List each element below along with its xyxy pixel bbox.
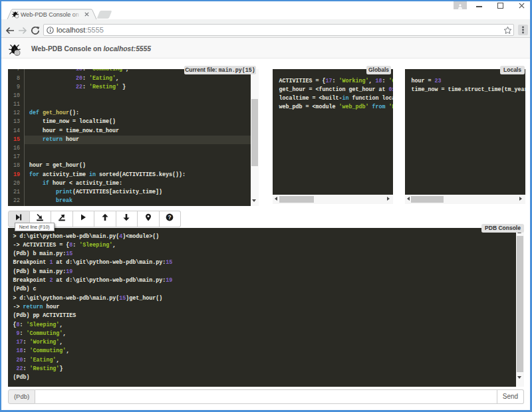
svg-text:?: ? bbox=[168, 215, 172, 221]
